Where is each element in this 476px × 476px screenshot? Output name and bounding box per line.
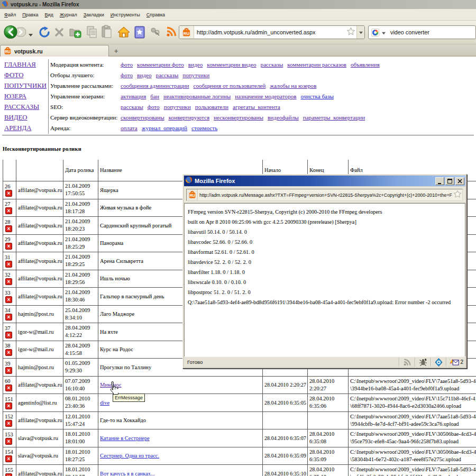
menu-1[interactable]: Правка [19, 11, 41, 19]
rss-button[interactable] [166, 26, 177, 40]
menu-3[interactable]: Журнал [57, 11, 80, 19]
location-bar[interactable]: RU http://adm.votpusk.ru/admin_unconvert… [179, 25, 365, 39]
reload-button[interactable] [39, 26, 50, 40]
main-nav-link-0[interactable]: ГЛАВНАЯ [4, 60, 48, 70]
admin-link[interactable]: неактивированные логины [163, 91, 231, 102]
delete-row-button[interactable]: × [5, 278, 12, 285]
admin-link[interactable]: комментарии рассказов [287, 60, 346, 70]
video-link[interactable]: Вот качусь я в санках... [100, 471, 155, 476]
delete-row-button[interactable]: × [5, 349, 12, 356]
bug-status-icon[interactable] [417, 358, 429, 367]
admin-link[interactable]: фото [121, 60, 133, 70]
delete-row-button[interactable]: × [5, 385, 12, 391]
home-button[interactable] [117, 26, 130, 40]
menu-4[interactable]: Закладки [80, 11, 107, 19]
popup-close-button[interactable] [455, 177, 464, 185]
admin-link[interactable]: объявления [351, 60, 380, 70]
delete-row-button[interactable]: × [5, 438, 12, 445]
admin-link[interactable]: видео [188, 60, 203, 70]
admin-link[interactable]: несконвертированы [214, 113, 263, 123]
admin-link[interactable]: очистка базы [301, 91, 334, 102]
copy-button[interactable] [86, 25, 98, 41]
admin-link[interactable]: фото [148, 102, 160, 112]
admin-link[interactable]: фото [121, 70, 133, 80]
menu-0[interactable]: Файл [1, 11, 19, 19]
delete-row-button[interactable]: × [5, 314, 12, 321]
admin-link[interactable]: рассказы [121, 102, 143, 112]
admin-link[interactable]: комментарии фото [137, 60, 184, 70]
rss-status-icon[interactable] [401, 358, 414, 367]
paste-button[interactable] [100, 25, 113, 41]
admin-link[interactable]: сконвертированы [121, 113, 164, 123]
delete-row-button[interactable]: × [5, 225, 12, 232]
delete-row-button[interactable]: × [5, 455, 12, 462]
search-engine-icon[interactable] [369, 26, 381, 39]
admin-link[interactable]: сообщения администрации [121, 81, 189, 91]
delete-row-button[interactable]: × [5, 261, 12, 268]
delete-row-button[interactable]: × [5, 332, 12, 338]
main-nav-link-2[interactable]: ПОПУТЧИКИ [4, 81, 48, 91]
main-nav-link-6[interactable]: АРЕНДА [4, 123, 48, 134]
delete-row-button[interactable]: × [5, 190, 12, 197]
tab-votpusk[interactable]: RU votpusk.ru [0, 45, 109, 57]
video-link[interactable]: dive [100, 400, 109, 406]
popup-site-button[interactable]: RU [187, 189, 198, 200]
keys-button[interactable] [150, 28, 161, 39]
video-link[interactable]: Катание в Сестриере [100, 435, 150, 441]
menu-2[interactable]: Вид [42, 11, 57, 19]
admin-link[interactable]: видеофайлы [268, 113, 299, 123]
delete-row-button[interactable]: × [5, 402, 12, 409]
admin-link[interactable]: рассказы [261, 60, 283, 70]
admin-link[interactable]: пользователи [195, 102, 228, 112]
popup-minimize-button[interactable] [435, 177, 444, 185]
admin-link[interactable]: попутчики [164, 102, 191, 112]
admin-link[interactable]: активация [121, 91, 146, 102]
delete-row-button[interactable]: × [5, 207, 12, 214]
popup-url-text[interactable]: http://adm.votpusk.ru/Message.ashx?TXT=F… [199, 193, 453, 198]
new-tab-button[interactable]: + [112, 47, 121, 55]
admin-link[interactable]: бан [150, 91, 159, 102]
popup-maximize-button[interactable] [445, 177, 454, 185]
popup-location-bar[interactable]: RU http://adm.votpusk.ru/Message.ashx?TX… [186, 189, 463, 201]
popup-bookmark-star-icon[interactable] [453, 190, 462, 200]
video-link[interactable]: Сестриер. Одна из трасс. [100, 453, 159, 459]
admin-link[interactable]: жалобы на юзеров [270, 81, 316, 91]
back-button[interactable] [3, 24, 28, 42]
delete-row-button[interactable]: × [5, 473, 12, 476]
admin-link[interactable]: назначение модераторов [235, 91, 296, 102]
bookmarks-button[interactable] [134, 25, 146, 41]
delete-row-button[interactable]: × [5, 243, 12, 250]
admin-link[interactable]: конвертируются [169, 113, 209, 123]
menu-5[interactable]: Инструменты [107, 11, 143, 19]
back-history-dropdown[interactable] [28, 30, 33, 39]
url-history-dropdown[interactable] [356, 26, 364, 39]
search-bar[interactable]: video converter [368, 25, 476, 39]
stop-button[interactable] [54, 27, 65, 40]
main-nav-link-1[interactable]: ФОТО [4, 70, 48, 81]
delete-row-button[interactable]: × [5, 296, 12, 303]
new-folder-button[interactable] [69, 26, 81, 41]
url-text[interactable]: http://adm.votpusk.ru/admin_unconverted.… [197, 29, 346, 35]
admin-link[interactable]: видео [137, 70, 152, 80]
admin-link[interactable]: агрегаты_контента [233, 102, 280, 112]
menu-6[interactable]: Справка [143, 11, 168, 19]
main-nav-link-5[interactable]: ВИДЕО [4, 113, 48, 123]
site-identity-button[interactable]: RU [179, 26, 194, 39]
delete-row-button[interactable]: × [5, 420, 12, 427]
bookmark-star-icon[interactable] [346, 27, 355, 38]
admin-link[interactable]: стоимость [191, 123, 217, 133]
main-nav-link-4[interactable]: РАССКАЗЫ [4, 102, 48, 113]
admin-link[interactable]: журнал_операций [142, 123, 187, 133]
admin-link[interactable]: рассказы [156, 70, 179, 80]
admin-link[interactable]: параметры_конвертации [303, 113, 365, 123]
geo-status-icon[interactable] [433, 358, 445, 367]
main-nav-link-3[interactable]: ЮЗЕРА [4, 91, 48, 102]
search-engine-dropdown[interactable] [381, 28, 387, 37]
admin-link[interactable]: комментарии видео [207, 60, 256, 70]
popup-titlebar[interactable]: Mozilla Firefox [184, 176, 465, 186]
delete-row-button[interactable]: × [5, 367, 12, 374]
admin-link[interactable]: оплата [121, 123, 138, 133]
search-input[interactable]: video converter [390, 29, 429, 35]
blocked-mail-icon[interactable]: 2 [448, 358, 465, 367]
admin-link[interactable]: попутчики [182, 70, 209, 80]
